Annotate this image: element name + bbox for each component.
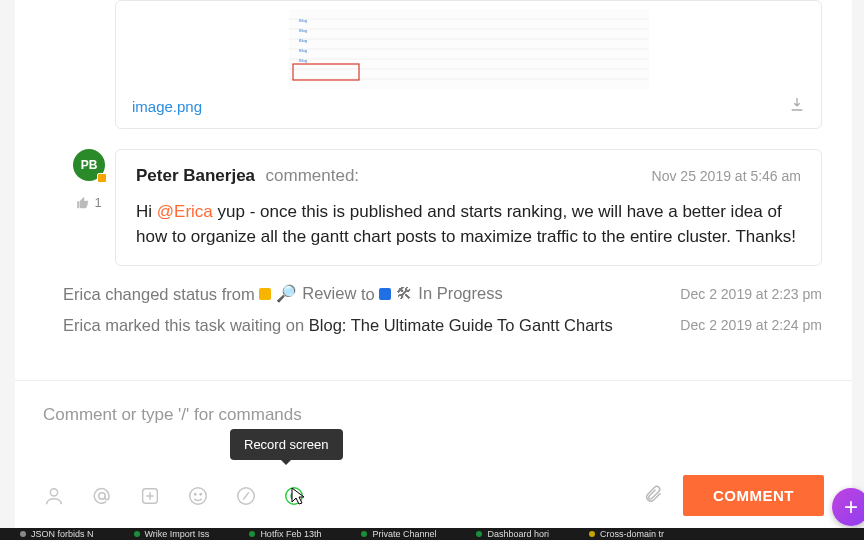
subtask-icon[interactable] bbox=[139, 485, 161, 507]
status-to: 🛠 In Progress bbox=[379, 284, 502, 303]
record-screen-icon[interactable] bbox=[283, 485, 305, 507]
task-activity-panel: BlogBlogBlog BlogBlog image.png PB 1 bbox=[15, 0, 852, 530]
comment-body: Hi @Erica yup - once this is published a… bbox=[136, 200, 801, 249]
avatar-initials: PB bbox=[81, 158, 98, 172]
slash-command-icon[interactable] bbox=[235, 485, 257, 507]
comment-verb: commented: bbox=[266, 166, 360, 185]
tab[interactable]: Hotfix Feb 13th bbox=[249, 529, 321, 539]
svg-point-17 bbox=[190, 487, 207, 504]
tab[interactable]: Cross-domain tr bbox=[589, 529, 664, 539]
attachment-thumbnail[interactable]: BlogBlogBlog BlogBlog bbox=[116, 1, 821, 96]
svg-text:Blog: Blog bbox=[299, 38, 307, 43]
tab[interactable]: Dashboard hori bbox=[476, 529, 549, 539]
comment-card: Peter Banerjea commented: Nov 25 2019 at… bbox=[115, 149, 822, 266]
activity-status-change: Erica changed status from 🔎 Review to 🛠 … bbox=[63, 284, 822, 304]
comment-composer: COMMENT Record screen bbox=[15, 380, 852, 530]
svg-text:Blog: Blog bbox=[299, 48, 307, 53]
svg-point-18 bbox=[195, 493, 196, 494]
tab[interactable]: Wrike Import Iss bbox=[134, 529, 210, 539]
comment-author[interactable]: Peter Banerjea bbox=[136, 166, 255, 185]
svg-text:Blog: Blog bbox=[299, 18, 307, 23]
avatar-status-badge bbox=[97, 173, 107, 183]
comment-input[interactable] bbox=[43, 405, 824, 425]
tooltip-record-screen: Record screen bbox=[230, 429, 343, 460]
like-button[interactable]: 1 bbox=[76, 195, 101, 210]
activity-timestamp: Dec 2 2019 at 2:23 pm bbox=[680, 286, 822, 302]
svg-text:Blog: Blog bbox=[299, 28, 307, 33]
avatar[interactable]: PB bbox=[73, 149, 105, 181]
svg-point-14 bbox=[50, 488, 57, 495]
svg-line-21 bbox=[243, 492, 249, 499]
activity-waiting-on: Erica marked this task waiting on Blog: … bbox=[63, 316, 822, 335]
tab[interactable]: Private Channel bbox=[361, 529, 436, 539]
download-icon[interactable] bbox=[789, 96, 805, 116]
assignee-icon[interactable] bbox=[43, 485, 65, 507]
status-from: 🔎 Review bbox=[259, 284, 356, 303]
activity-timestamp: Dec 2 2019 at 2:24 pm bbox=[680, 317, 822, 333]
mention-icon[interactable] bbox=[91, 485, 113, 507]
attachment-card: BlogBlogBlog BlogBlog image.png bbox=[115, 0, 822, 129]
linked-task[interactable]: Blog: The Ultimate Guide To Gantt Charts bbox=[309, 316, 613, 334]
mention[interactable]: @Erica bbox=[157, 202, 213, 221]
svg-point-23 bbox=[290, 492, 297, 499]
comment-row: PB 1 Peter Banerjea commented: Nov 25 20… bbox=[63, 149, 822, 266]
fab-add-button[interactable]: + bbox=[832, 488, 864, 526]
like-count: 1 bbox=[94, 195, 101, 210]
emoji-icon[interactable] bbox=[187, 485, 209, 507]
comment-button[interactable]: COMMENT bbox=[683, 475, 824, 516]
attach-icon[interactable] bbox=[643, 484, 663, 508]
tab[interactable]: JSON forbids N bbox=[20, 529, 94, 539]
comment-timestamp: Nov 25 2019 at 5:46 am bbox=[652, 168, 801, 184]
svg-text:Blog: Blog bbox=[299, 58, 307, 63]
svg-point-15 bbox=[99, 492, 105, 498]
svg-point-19 bbox=[200, 493, 201, 494]
browser-tab-strip: JSON forbids N Wrike Import Iss Hotfix F… bbox=[0, 528, 864, 540]
attachment-filename[interactable]: image.png bbox=[132, 98, 202, 115]
